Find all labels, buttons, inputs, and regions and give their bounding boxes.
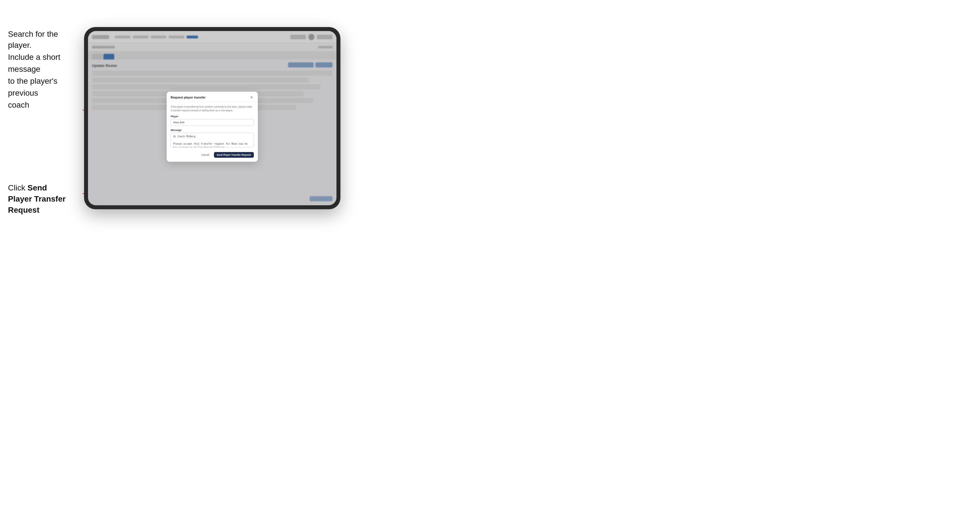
modal-header: Request player transfer ✕ — [167, 92, 258, 102]
modal-body: If the player is transferring from anoth… — [167, 102, 258, 162]
cancel-button[interactable]: Cancel — [199, 152, 212, 157]
request-transfer-modal: Request player transfer ✕ If the player … — [167, 92, 258, 162]
send-transfer-request-button[interactable]: Send Player Transfer Request — [214, 152, 254, 158]
modal-close-button[interactable]: ✕ — [249, 95, 254, 100]
annotation-message: Include a short messageto the player's p… — [8, 51, 82, 111]
annotation-click-bold: Send Player Transfer Request — [8, 183, 65, 214]
modal-overlay: Request player transfer ✕ If the player … — [88, 31, 336, 205]
modal-title: Request player transfer — [171, 96, 206, 99]
annotation-search: Search for the player. — [8, 29, 83, 51]
modal-description: If the player is transferring from anoth… — [171, 105, 254, 113]
tablet-screen: Update Roster Request player transfer ✕ — [88, 31, 336, 205]
annotation-click: Click Send Player Transfer Request — [8, 182, 71, 216]
player-search-input[interactable] — [171, 119, 254, 126]
message-field-label: Message — [171, 129, 254, 132]
modal-footer: Cancel Send Player Transfer Request — [171, 152, 254, 158]
tablet-device: Update Roster Request player transfer ✕ — [84, 27, 340, 209]
message-textarea[interactable]: Hi Coach McHarg, Please accept this tran… — [171, 133, 254, 148]
player-field-label: Player — [171, 115, 254, 118]
